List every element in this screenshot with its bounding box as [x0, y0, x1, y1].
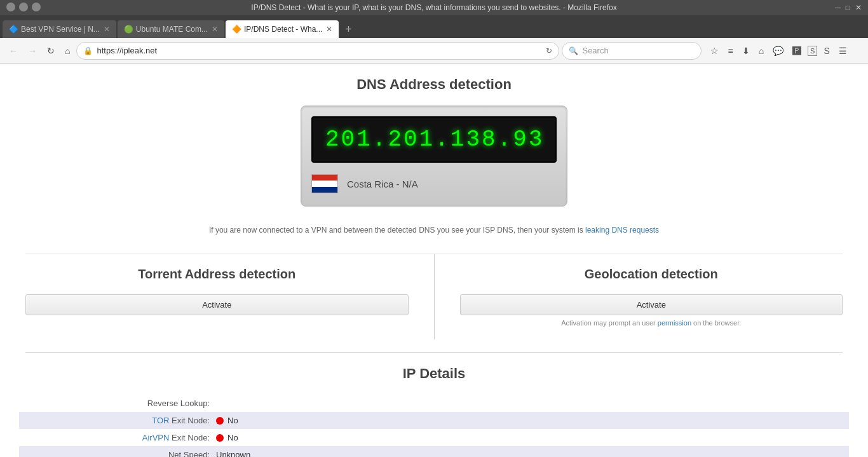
details-row-1: TOR Exit Node:No — [19, 412, 849, 429]
menu-icon[interactable]: ☰ — [836, 44, 850, 57]
value-text-2: No — [227, 433, 238, 442]
geo-permission-link[interactable]: permission — [658, 319, 691, 327]
details-link-1[interactable]: TOR — [152, 416, 169, 425]
refresh-btn[interactable]: ↻ — [43, 44, 58, 57]
maximize-btn[interactable] — [19, 3, 28, 11]
ip-details-rows: Reverse Lookup:TOR Exit Node:NoAirVPN Ex… — [25, 395, 843, 457]
details-value-2: No — [216, 433, 238, 442]
details-label-2: AirVPN Exit Node: — [25, 433, 216, 442]
tab-3[interactable]: 🔶 IP/DNS Detect - Wha... ✕ — [226, 20, 339, 38]
tab3-favicon: 🔶 — [232, 25, 241, 34]
dns-display-box: 201.201.138.93 Costa Rica - N/A — [301, 106, 567, 207]
details-link-2[interactable]: AirVPN — [142, 433, 170, 442]
url-text: https://ipleak.net — [97, 46, 542, 55]
ip-address-display: 201.201.138.93 — [325, 126, 544, 153]
home-nav-icon[interactable]: ⌂ — [756, 44, 766, 57]
country-flag — [311, 174, 338, 193]
details-row-0: Reverse Lookup: — [25, 395, 843, 412]
win-restore-icon[interactable]: □ — [846, 3, 850, 13]
flag-stripe-bot — [312, 187, 337, 193]
forward-btn[interactable]: → — [24, 44, 41, 57]
details-row-3: Net Speed:Unknown — [19, 446, 849, 457]
geo-note: Activation may prompt an user permission… — [460, 319, 843, 327]
bookmark-icon[interactable]: ☆ — [708, 44, 721, 57]
tab2-favicon: 🟢 — [124, 25, 133, 34]
browser-title: IP/DNS Detect - What is your IP, what is… — [251, 3, 616, 12]
lock-icon: 🔒 — [83, 46, 93, 55]
win-minimize-icon[interactable]: ─ — [835, 3, 841, 13]
skype-icon[interactable]: S — [821, 44, 832, 57]
ip-screen: 201.201.138.93 — [311, 116, 557, 163]
geolocation-section: Geolocation detection Activate Activatio… — [435, 254, 843, 339]
ip-details-section: IP Details Reverse Lookup:TOR Exit Node:… — [25, 352, 843, 457]
torrent-section: Torrent Address detection Activate — [25, 254, 435, 339]
reading-list-icon[interactable]: ≡ — [725, 44, 735, 57]
dns-leak-link[interactable]: leaking DNS requests — [585, 226, 659, 235]
home-btn[interactable]: ⌂ — [61, 44, 74, 57]
tab2-close[interactable]: ✕ — [212, 25, 218, 34]
geo-activate-btn[interactable]: Activate — [460, 294, 843, 315]
url-refresh-icon[interactable]: ↻ — [546, 46, 552, 55]
torrent-title: Torrent Address detection — [25, 267, 409, 282]
search-bar[interactable]: 🔍 Search — [562, 42, 702, 60]
dns-section-title: DNS Address detection — [25, 76, 843, 93]
chat-icon[interactable]: 💬 — [770, 44, 786, 57]
window-controls[interactable] — [6, 3, 41, 11]
tab3-close[interactable]: ✕ — [326, 25, 332, 34]
ip-details-title: IP Details — [25, 365, 843, 382]
s-icon[interactable]: S — [808, 46, 817, 56]
tab1-close[interactable]: ✕ — [104, 25, 110, 34]
value-text-1: No — [227, 416, 238, 425]
flag-stripe-mid — [312, 181, 337, 186]
address-bar: ← → ↻ ⌂ 🔒 https://ipleak.net ↻ 🔍 Search … — [0, 38, 868, 64]
torrent-activate-btn[interactable]: Activate — [25, 294, 409, 315]
details-row-2: AirVPN Exit Node:No — [25, 429, 843, 446]
details-label-1: TOR Exit Node: — [25, 416, 216, 425]
value-text-3: Unknown — [216, 450, 250, 457]
tab2-label: Ubuntu MATE Com... — [136, 25, 208, 34]
dns-notice: If you are now connected to a VPN and be… — [25, 226, 843, 235]
country-row: Costa Rica - N/A — [311, 172, 557, 196]
close-btn[interactable] — [32, 3, 41, 11]
tab-bar: 🔷 Best VPN Service | N... ✕ 🟢 Ubuntu MAT… — [0, 15, 868, 38]
new-tab-btn[interactable]: + — [340, 20, 357, 38]
back-btn[interactable]: ← — [5, 44, 22, 57]
red-dot-2 — [216, 434, 224, 442]
details-value-1: No — [216, 416, 238, 425]
country-name: Costa Rica - N/A — [347, 179, 418, 189]
pocket-icon[interactable]: 🅿 — [790, 44, 804, 57]
red-dot-1 — [216, 417, 224, 425]
geo-title: Geolocation detection — [460, 267, 843, 282]
browser-title-bar: IP/DNS Detect - What is your IP, what is… — [0, 0, 868, 15]
details-label-0: Reverse Lookup: — [25, 399, 216, 408]
search-placeholder: Search — [582, 46, 608, 55]
page-content: DNS Address detection 201.201.138.93 Cos… — [0, 64, 868, 457]
tab1-label: Best VPN Service | N... — [21, 25, 100, 34]
right-window-controls[interactable]: ─ □ ✕ — [835, 3, 862, 13]
win-close-icon[interactable]: ✕ — [855, 3, 862, 13]
download-icon[interactable]: ⬇ — [740, 44, 752, 57]
address-bar-right: ☆ ≡ ⬇ ⌂ 💬 🅿 S S ☰ — [708, 44, 849, 57]
tab1-favicon: 🔷 — [9, 25, 18, 34]
url-bar[interactable]: 🔒 https://ipleak.net ↻ — [76, 42, 559, 60]
search-icon: 🔍 — [569, 46, 578, 55]
details-value-3: Unknown — [216, 450, 250, 457]
tab-2[interactable]: 🟢 Ubuntu MATE Com... ✕ — [118, 20, 224, 38]
tab-1[interactable]: 🔷 Best VPN Service | N... ✕ — [3, 20, 116, 38]
tab3-label: IP/DNS Detect - Wha... — [244, 25, 322, 34]
minimize-btn[interactable] — [6, 3, 15, 11]
details-label-3: Net Speed: — [25, 450, 216, 457]
two-col-section: Torrent Address detection Activate Geolo… — [25, 254, 843, 339]
flag-stripe-top — [312, 175, 337, 181]
